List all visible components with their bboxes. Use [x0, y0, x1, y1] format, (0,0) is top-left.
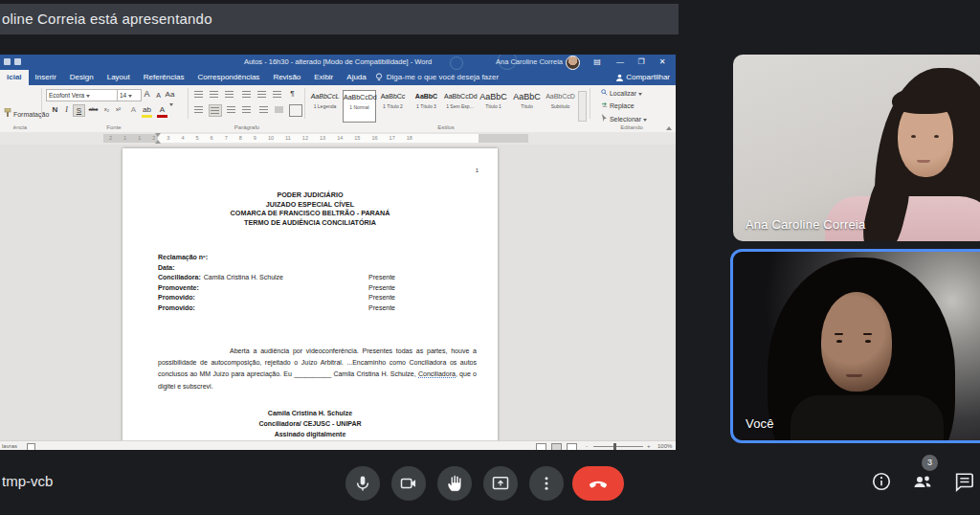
participant-name-label: Ana Caroline Correia	[746, 217, 865, 232]
collapse-ribbon-icon[interactable]	[666, 126, 672, 130]
align-center-icon[interactable]	[209, 104, 222, 117]
ribbon-display-options-icon[interactable]: ▤	[591, 56, 603, 68]
tell-me-box[interactable]: Diga-me o que você deseja fazer	[373, 70, 499, 85]
align-left-icon[interactable]	[193, 104, 205, 115]
numbering-icon[interactable]	[209, 89, 220, 100]
shading-icon[interactable]	[274, 104, 285, 115]
hand-icon	[444, 473, 465, 494]
decrease-indent-icon[interactable]	[241, 89, 253, 100]
shrink-font-button[interactable]: A	[153, 90, 164, 101]
style-titulo3[interactable]: AaBbC1 Título 3	[411, 90, 442, 121]
superscript-button[interactable]: x²	[113, 104, 123, 115]
chat-icon	[953, 471, 974, 492]
tab-exibir[interactable]: Exibir	[307, 70, 340, 85]
align-right-icon[interactable]	[226, 104, 237, 115]
video-tile-you[interactable]: Você	[730, 249, 980, 443]
proofing-icon[interactable]	[27, 443, 35, 450]
tab-correspondencias[interactable]: Correspondências	[190, 70, 266, 85]
minimize-button[interactable]: —	[614, 56, 626, 68]
participants-button[interactable]	[911, 470, 934, 493]
zoom-slider[interactable]	[593, 446, 643, 447]
document-page[interactable]: 1 PODER JUDICIÁRIO JUIZADO ESPECIAL CÍVE…	[122, 148, 498, 440]
raise-hand-button[interactable]	[437, 466, 472, 501]
video-tile-ana[interactable]: Ana Caroline Correia	[733, 55, 980, 241]
style-legenda[interactable]: AaBbCcL1 Legenda	[309, 90, 341, 121]
tab-pagina-inicial[interactable]: icial	[0, 70, 29, 85]
share-button[interactable]: Compartilhar	[615, 70, 670, 85]
word-count[interactable]: lavras	[2, 443, 17, 449]
ruler: 2 1 1 2 3 4 5 6 7 8 9 10 11 12 13 14 15 …	[0, 132, 676, 145]
select-button[interactable]: Selecionar	[601, 114, 647, 123]
styles-gallery-scroll[interactable]	[578, 91, 587, 122]
tab-design[interactable]: Design	[63, 70, 100, 85]
tab-ajuda[interactable]: Ajuda	[340, 70, 372, 85]
multilevel-list-icon[interactable]	[224, 89, 235, 100]
font-size-select[interactable]: 14	[117, 89, 142, 101]
show-marks-button[interactable]: ¶	[287, 88, 298, 99]
tab-layout[interactable]: Layout	[100, 70, 137, 85]
web-layout-icon[interactable]	[567, 443, 577, 450]
style-sem-espacamento[interactable]: AaBbCcDd1 Sem Esp...	[444, 90, 476, 121]
field-row: Promovido:Presente	[158, 293, 479, 303]
subscript-button[interactable]: x₂	[101, 104, 112, 115]
field-row: Promovido:Presente	[158, 303, 479, 314]
replace-button[interactable]: Replace	[601, 101, 635, 109]
account-name[interactable]: Ana Caroline Correia	[496, 57, 563, 66]
strikethrough-button[interactable]: abc	[88, 104, 99, 115]
ribbon: Formatação ência Ecofont Vera 14 A A Aa …	[0, 85, 676, 133]
sort-icon[interactable]	[272, 89, 283, 100]
restore-button[interactable]: ❐	[635, 56, 647, 68]
clipboard-group-label: ência	[0, 124, 40, 130]
borders-icon[interactable]	[289, 104, 302, 117]
word-title-bar: Autos - 16h30 - alterado [Modo de Compat…	[0, 55, 676, 70]
read-mode-icon[interactable]	[536, 443, 546, 450]
meeting-details-button[interactable]	[870, 470, 893, 493]
camera-button[interactable]	[391, 466, 426, 501]
zoom-slider-thumb[interactable]	[613, 443, 616, 450]
bold-button[interactable]: N	[50, 104, 60, 115]
participant-hair	[892, 87, 959, 114]
ribbon-tabs: icialInserirDesignLayoutReferênciasCorre…	[0, 70, 676, 85]
hang-up-phone-icon	[588, 473, 609, 494]
close-button[interactable]: ✕	[657, 56, 668, 68]
format-painter-button[interactable]: Formatação	[4, 108, 49, 118]
document-canvas[interactable]: 1 PODER JUDICIÁRIO JUIZADO ESPECIAL CÍVE…	[0, 145, 676, 440]
tab-referencias[interactable]: Referências	[137, 70, 191, 85]
present-button[interactable]	[483, 466, 518, 501]
bullets-icon[interactable]	[193, 89, 205, 100]
participant-name-label: Você	[746, 416, 774, 431]
print-layout-icon[interactable]	[551, 443, 562, 450]
zoom-in-button[interactable]: +	[647, 443, 651, 449]
zoom-out-button[interactable]: -	[586, 443, 588, 449]
styles-group-label: Estilos	[306, 124, 586, 130]
zoom-level[interactable]: 100%	[657, 443, 672, 449]
end-call-button[interactable]	[572, 466, 624, 501]
tab-inserir[interactable]: Inserir	[29, 70, 63, 85]
grow-font-button[interactable]: A	[142, 89, 152, 100]
find-button[interactable]: Localizar	[601, 89, 642, 97]
mic-button[interactable]	[345, 466, 380, 501]
italic-button[interactable]: I	[61, 104, 72, 115]
replace-icon	[601, 101, 608, 108]
account-avatar[interactable]	[566, 56, 580, 70]
tab-revisao[interactable]: Revisão	[266, 70, 307, 85]
highlight-color-button[interactable]: ab	[142, 104, 152, 118]
text-effects-button[interactable]: A	[128, 104, 139, 115]
style-titulo2[interactable]: AaBbCc1 Título 2	[377, 90, 409, 121]
paragraph-group-label: Parágrafo	[191, 124, 302, 130]
justify-icon[interactable]	[241, 104, 253, 115]
font-color-button[interactable]: A	[157, 104, 167, 118]
participant-brow	[835, 333, 843, 335]
underline-button[interactable]: S	[73, 104, 85, 117]
style-subtitulo[interactable]: AaBbCcDSubtítulo	[545, 90, 576, 121]
style-titulo1[interactable]: AaBbCTítulo 1	[478, 90, 509, 121]
more-options-button[interactable]	[529, 466, 564, 501]
increase-indent-icon[interactable]	[256, 89, 268, 100]
font-name-select[interactable]: Ecofont Vera	[46, 89, 119, 101]
change-case-button[interactable]: Aa	[165, 89, 175, 100]
line-spacing-icon[interactable]	[258, 104, 270, 115]
chat-button[interactable]	[952, 470, 975, 493]
style-normal[interactable]: AaBbCcDd1 Normal	[343, 90, 376, 123]
participant-mouth	[846, 374, 862, 377]
style-titulo[interactable]: AaBbCTítulo	[511, 90, 543, 121]
